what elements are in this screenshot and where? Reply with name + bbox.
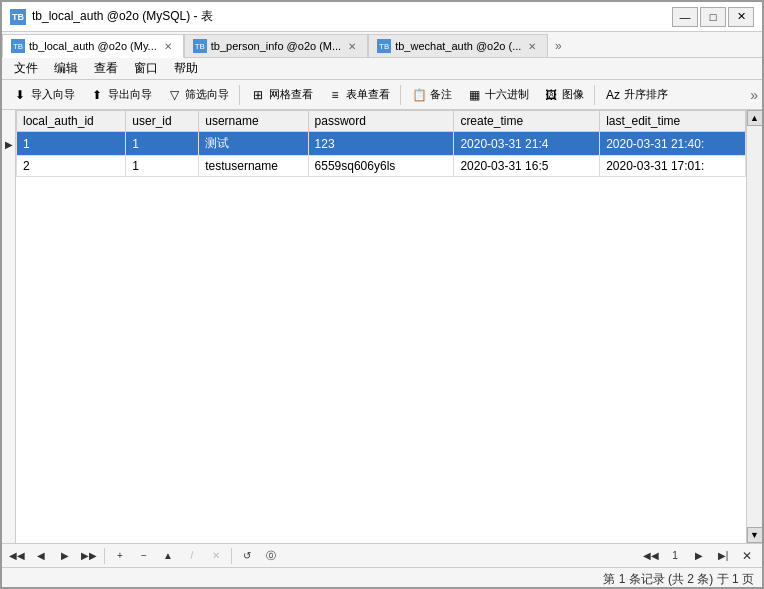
data-table-container[interactable]: local_auth_id user_id username password … bbox=[16, 110, 746, 543]
import-label: 导入向导 bbox=[31, 87, 75, 102]
nav-prev-button[interactable]: ▶ bbox=[54, 546, 76, 566]
expand-icon[interactable]: » bbox=[750, 87, 758, 103]
tab-icon-1: TB bbox=[11, 39, 25, 53]
nav-first-button[interactable]: ◀◀ bbox=[6, 546, 28, 566]
hex-label: 十六进制 bbox=[485, 87, 529, 102]
menu-help[interactable]: 帮助 bbox=[166, 58, 206, 79]
cell-password-2: 6559sq606y6ls bbox=[308, 156, 454, 177]
table-row[interactable]: 1 1 测试 123 2020-03-31 21:4 2020-03-31 21… bbox=[17, 132, 746, 156]
nav-refresh-button[interactable]: ↺ bbox=[236, 546, 258, 566]
grid-icon: ⊞ bbox=[250, 87, 266, 103]
tab-label-2: tb_person_info @o2o (M... bbox=[211, 40, 341, 52]
nav-sep-2 bbox=[231, 548, 232, 564]
filter-wizard-button[interactable]: ▽ 筛选向导 bbox=[160, 83, 235, 107]
cell-password-1: 123 bbox=[308, 132, 454, 156]
title-bar-left: TB tb_local_auth @o2o (MySQL) - 表 bbox=[10, 8, 213, 25]
sort-asc-button[interactable]: Az 升序排序 bbox=[599, 83, 674, 107]
col-header-last-edit-time[interactable]: last_edit_time bbox=[600, 111, 746, 132]
cell-username-2: testusername bbox=[199, 156, 308, 177]
col-header-user-id[interactable]: user_id bbox=[126, 111, 199, 132]
tab-local-auth[interactable]: TB tb_local_auth @o2o (My... ✕ bbox=[2, 34, 184, 58]
vertical-scrollbar[interactable]: ▲ ▼ bbox=[746, 110, 762, 543]
toolbar: ⬇ 导入向导 ⬆ 导出向导 ▽ 筛选向导 ⊞ 网格查看 ≡ 表单查看 📋 备注 … bbox=[2, 80, 762, 110]
row-arrow-2 bbox=[2, 156, 16, 180]
toolbar-sep-1 bbox=[239, 85, 240, 105]
backup-button[interactable]: 📋 备注 bbox=[405, 83, 458, 107]
nav-r-first-button[interactable]: ◀◀ bbox=[640, 546, 662, 566]
grid-label: 网格查看 bbox=[269, 87, 313, 102]
nav-sep-1 bbox=[104, 548, 105, 564]
tab-wechat-auth[interactable]: TB tb_wechat_auth @o2o (... ✕ bbox=[368, 34, 548, 57]
cell-user-id-1: 1 bbox=[126, 132, 199, 156]
import-wizard-button[interactable]: ⬇ 导入向导 bbox=[6, 83, 81, 107]
minimize-button[interactable]: — bbox=[672, 7, 698, 27]
image-label: 图像 bbox=[562, 87, 584, 102]
title-bar-controls: — □ ✕ bbox=[672, 7, 754, 27]
nav-edit2-button: ✕ bbox=[205, 546, 227, 566]
col-header-password[interactable]: password bbox=[308, 111, 454, 132]
nav-r-last-button[interactable]: ▶| bbox=[712, 546, 734, 566]
cell-edit-time-2: 2020-03-31 17:01: bbox=[600, 156, 746, 177]
nav-right: ◀◀ 1 ▶ ▶| ✕ bbox=[640, 546, 758, 566]
close-button[interactable]: ✕ bbox=[728, 7, 754, 27]
nav-r-next-button[interactable]: ▶ bbox=[688, 546, 710, 566]
toolbar-right: » bbox=[750, 87, 758, 103]
tab-icon-3: TB bbox=[377, 39, 391, 53]
cell-username-1: 测试 bbox=[199, 132, 308, 156]
export-icon: ⬆ bbox=[89, 87, 105, 103]
title-bar: TB tb_local_auth @o2o (MySQL) - 表 — □ ✕ bbox=[2, 2, 762, 32]
tab-close-2[interactable]: ✕ bbox=[345, 39, 359, 53]
menu-edit[interactable]: 编辑 bbox=[46, 58, 86, 79]
main-content: ▶ local_auth_id user_id username passwor… bbox=[2, 110, 762, 543]
tab-close-3[interactable]: ✕ bbox=[525, 39, 539, 53]
col-header-create-time[interactable]: create_time bbox=[454, 111, 600, 132]
form-icon: ≡ bbox=[327, 87, 343, 103]
maximize-button[interactable]: □ bbox=[700, 7, 726, 27]
status-bar: 第 1 条记录 (共 2 条) 于 1 页 bbox=[2, 567, 762, 589]
tab-person-info[interactable]: TB tb_person_info @o2o (M... ✕ bbox=[184, 34, 368, 57]
toolbar-sep-3 bbox=[594, 85, 595, 105]
tab-close-1[interactable]: ✕ bbox=[161, 39, 175, 53]
nav-add-button[interactable]: + bbox=[109, 546, 131, 566]
export-label: 导出向导 bbox=[108, 87, 152, 102]
scroll-track[interactable] bbox=[747, 126, 762, 527]
nav-delete-button[interactable]: − bbox=[133, 546, 155, 566]
col-header-local-auth-id[interactable]: local_auth_id bbox=[17, 111, 126, 132]
image-icon: 🖼 bbox=[543, 87, 559, 103]
nav-up-button[interactable]: ▲ bbox=[157, 546, 179, 566]
nav-prev-fast-button[interactable]: ◀ bbox=[30, 546, 52, 566]
nav-r-settings-button[interactable]: ✕ bbox=[736, 546, 758, 566]
scroll-up-button[interactable]: ▲ bbox=[747, 110, 763, 126]
tab-more-button[interactable]: » bbox=[548, 34, 568, 57]
menu-window[interactable]: 窗口 bbox=[126, 58, 166, 79]
form-label: 表单查看 bbox=[346, 87, 390, 102]
bottom-nav: ◀◀ ◀ ▶ ▶▶ + − ▲ / ✕ ↺ ⓪ ◀◀ 1 ▶ ▶| ✕ bbox=[2, 543, 762, 567]
menu-view[interactable]: 查看 bbox=[86, 58, 126, 79]
import-icon: ⬇ bbox=[12, 87, 28, 103]
menu-file[interactable]: 文件 bbox=[6, 58, 46, 79]
image-button[interactable]: 🖼 图像 bbox=[537, 83, 590, 107]
scroll-down-button[interactable]: ▼ bbox=[747, 527, 763, 543]
sort-label: 升序排序 bbox=[624, 87, 668, 102]
cell-create-time-2: 2020-03-31 16:5 bbox=[454, 156, 600, 177]
table-row[interactable]: 2 1 testusername 6559sq606y6ls 2020-03-3… bbox=[17, 156, 746, 177]
row-arrow-1: ▶ bbox=[2, 132, 16, 156]
data-table: local_auth_id user_id username password … bbox=[16, 110, 746, 177]
cell-local-auth-id-1: 1 bbox=[17, 132, 126, 156]
nav-next-button[interactable]: ▶▶ bbox=[78, 546, 100, 566]
form-view-button[interactable]: ≡ 表单查看 bbox=[321, 83, 396, 107]
grid-view-button[interactable]: ⊞ 网格查看 bbox=[244, 83, 319, 107]
export-wizard-button[interactable]: ⬆ 导出向导 bbox=[83, 83, 158, 107]
tab-bar: TB tb_local_auth @o2o (My... ✕ TB tb_per… bbox=[2, 32, 762, 58]
nav-page-button[interactable]: 1 bbox=[664, 546, 686, 566]
filter-icon: ▽ bbox=[166, 87, 182, 103]
row-indicator: ▶ bbox=[2, 110, 16, 543]
hex-button[interactable]: ▦ 十六进制 bbox=[460, 83, 535, 107]
tab-icon-2: TB bbox=[193, 39, 207, 53]
nav-info-button[interactable]: ⓪ bbox=[260, 546, 282, 566]
cell-create-time-1: 2020-03-31 21:4 bbox=[454, 132, 600, 156]
title-text: tb_local_auth @o2o (MySQL) - 表 bbox=[32, 8, 213, 25]
filter-label: 筛选向导 bbox=[185, 87, 229, 102]
cell-local-auth-id-2: 2 bbox=[17, 156, 126, 177]
col-header-username[interactable]: username bbox=[199, 111, 308, 132]
